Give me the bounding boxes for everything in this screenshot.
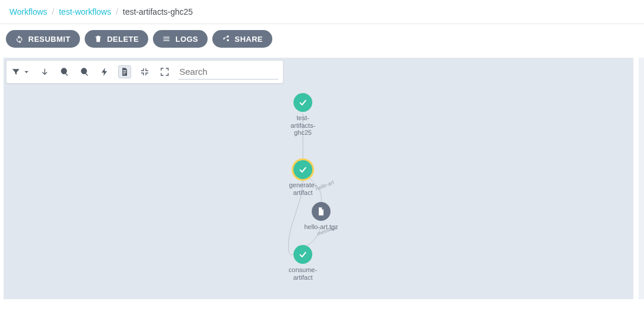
- node-consume-artifact[interactable]: consume- artifact: [286, 245, 320, 281]
- breadcrumb: Workflows / test-workflows / test-artifa…: [0, 0, 644, 24]
- resubmit-button[interactable]: RESUBMIT: [6, 30, 80, 48]
- node-generate-label: generate- artifact: [286, 181, 320, 196]
- breadcrumb-sep: /: [52, 7, 54, 16]
- share-button[interactable]: SHARE: [212, 30, 272, 48]
- breadcrumb-sep: /: [116, 7, 118, 16]
- status-success-icon: [293, 93, 312, 112]
- breadcrumb-namespace[interactable]: test-workflows: [59, 7, 111, 16]
- logs-button[interactable]: LOGS: [153, 30, 208, 48]
- node-root[interactable]: test-artifacts- ghc25: [285, 93, 321, 137]
- resubmit-label: RESUBMIT: [28, 35, 71, 43]
- breadcrumb-current: test-artifacts-ghc25: [123, 7, 193, 16]
- node-root-label: test-artifacts- ghc25: [285, 114, 321, 137]
- node-consume-label: consume- artifact: [286, 266, 320, 281]
- logs-label: LOGS: [175, 35, 198, 43]
- delete-button[interactable]: DELETE: [85, 30, 148, 48]
- trash-icon: [94, 35, 102, 43]
- graph-nodes: test-artifacts- ghc25 generate- artifact…: [4, 58, 633, 299]
- graph-canvas[interactable]: test-artifacts- ghc25 generate- artifact…: [4, 58, 633, 299]
- status-success-icon: [293, 245, 312, 264]
- menu-icon: [162, 35, 171, 43]
- side-panel-gutter[interactable]: [638, 58, 644, 299]
- delete-label: DELETE: [107, 35, 139, 43]
- share-label: SHARE: [235, 35, 263, 43]
- refresh-icon: [15, 35, 24, 43]
- status-success-icon: [293, 160, 312, 179]
- action-bar: RESUBMIT DELETE LOGS SHARE: [0, 24, 644, 54]
- node-generate-artifact[interactable]: generate- artifact: [286, 160, 320, 196]
- share-icon: [222, 35, 230, 43]
- breadcrumb-root[interactable]: Workflows: [9, 7, 47, 16]
- file-icon: [312, 202, 331, 221]
- canvas-container: test-artifacts- ghc25 generate- artifact…: [0, 58, 644, 299]
